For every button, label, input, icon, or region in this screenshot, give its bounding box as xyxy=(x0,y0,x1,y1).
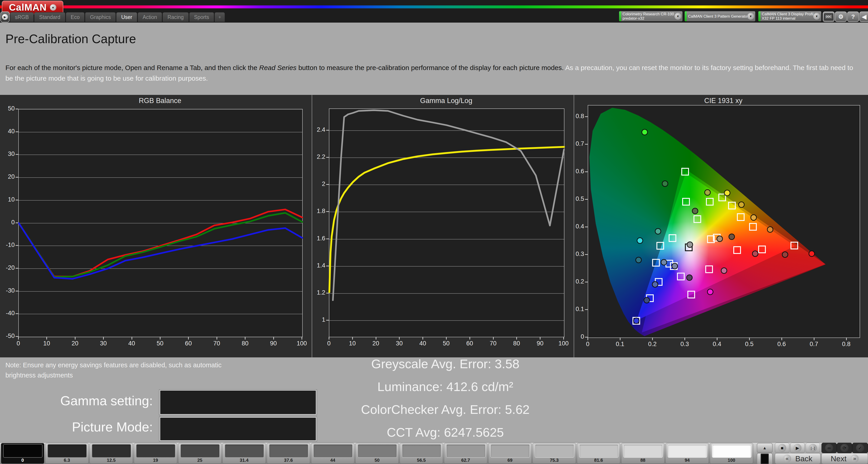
measurement-marker xyxy=(738,201,745,208)
x-tick-mark xyxy=(652,337,653,340)
target-marker xyxy=(706,198,714,206)
picture-mode-field[interactable] xyxy=(160,417,316,441)
y-tick-mark xyxy=(16,109,18,109)
chart-series-lines xyxy=(329,109,564,337)
greyscale-patch xyxy=(269,444,308,458)
y-tick-label: -40 xyxy=(0,310,15,317)
greyscale-patch xyxy=(92,444,131,458)
x-tick-mark xyxy=(329,337,329,339)
read-series-button[interactable]: [··] xyxy=(806,443,820,453)
y-tick-label: 1 xyxy=(305,316,325,323)
pattern-swatch-75.3[interactable]: 75.3 xyxy=(532,443,576,464)
device-line1: CalMAN Client 3 Display Profiler xyxy=(762,12,812,16)
greyscale-patch xyxy=(313,444,352,458)
x-tick-label: 0.6 xyxy=(772,341,792,347)
greyscale-patch xyxy=(446,444,486,458)
pattern-swatch-19[interactable]: 19 xyxy=(134,443,177,464)
swatch-label: 69 xyxy=(489,458,531,463)
target-marker xyxy=(790,242,798,250)
y-tick-mark xyxy=(326,184,329,185)
pattern-swatch-94[interactable]: 94 xyxy=(665,443,709,464)
cie-chart-title: CIE 1931 xy xyxy=(704,97,743,105)
target-marker xyxy=(758,245,766,253)
greyscale-patch xyxy=(48,444,87,458)
connected-status-stripe xyxy=(619,11,621,21)
y-tick-label: 0.5 xyxy=(564,195,584,202)
swatch-label: 100 xyxy=(710,458,753,463)
y-tick-mark xyxy=(326,266,329,266)
x-tick-label: 10 xyxy=(342,340,363,347)
device-dropdown-group: Colorimetry Research CR-100predator-x32▼… xyxy=(0,11,868,21)
pattern-swatch-12.5[interactable]: 12.5 xyxy=(90,443,133,464)
pattern-swatch-37.6[interactable]: 37.6 xyxy=(267,443,310,464)
chevron-down-icon[interactable]: ▼ xyxy=(813,13,820,20)
x-tick-label: 50 xyxy=(150,340,170,347)
swatch-label: 44 xyxy=(311,458,354,463)
rgb-balance-plot xyxy=(18,109,303,337)
x-tick-mark xyxy=(18,337,19,339)
pattern-swatch-56.5[interactable]: 56.5 xyxy=(400,443,443,464)
pattern-up-button[interactable]: ▲ xyxy=(757,443,773,453)
confirm-button[interactable]: ✓ xyxy=(852,443,868,453)
loop-button[interactable]: ∞ xyxy=(822,443,837,453)
pattern-swatch-50[interactable]: 50 xyxy=(355,443,399,464)
connected-status-stripe xyxy=(685,11,687,21)
measurement-marker xyxy=(686,274,692,281)
swatch-label: 88 xyxy=(621,458,664,463)
y-tick-mark xyxy=(16,131,18,132)
pattern-generator-dropdown[interactable]: CalMAN Client 3 Pattern Generator▼ xyxy=(684,11,755,22)
chevron-down-icon[interactable]: ▼ xyxy=(675,13,681,20)
pattern-swatch-31.4[interactable]: 31.4 xyxy=(222,443,266,464)
pattern-swatch-6.3[interactable]: 6.3 xyxy=(45,443,89,464)
back-button-label: Back xyxy=(795,454,812,463)
series-red xyxy=(19,209,302,276)
measurement-marker xyxy=(724,190,730,196)
x-tick-label: 30 xyxy=(389,340,409,347)
pattern-swatch-88[interactable]: 88 xyxy=(621,443,664,464)
settings-button[interactable]: ⚙ xyxy=(835,11,847,22)
pattern-swatch-69[interactable]: 69 xyxy=(488,443,532,464)
help-button[interactable]: ? xyxy=(847,11,859,22)
y-tick-mark xyxy=(326,157,329,158)
x-tick-label: 20 xyxy=(366,340,386,347)
x-tick-mark xyxy=(376,337,376,339)
refresh-button[interactable]: ⟳ xyxy=(837,443,852,453)
ddc-button[interactable]: DDC xyxy=(823,11,835,22)
swatch-label: 50 xyxy=(355,458,399,463)
target-marker xyxy=(733,246,741,254)
x-tick-mark xyxy=(217,337,217,339)
y-tick-label: 1.6 xyxy=(305,235,325,242)
y-tick-mark xyxy=(585,144,588,144)
y-tick-label: 0 xyxy=(0,219,15,226)
series-gamma-measured xyxy=(333,110,564,300)
y-tick-label: 20 xyxy=(0,173,15,180)
x-tick-mark xyxy=(160,337,160,339)
target-marker xyxy=(652,259,660,267)
meter-dropdown[interactable]: Colorimetry Research CR-100predator-x32▼ xyxy=(619,11,683,22)
infinity-icon: ∞ xyxy=(825,444,833,452)
pattern-swatch-44[interactable]: 44 xyxy=(311,443,354,464)
collapse-panel-button[interactable]: ◀ xyxy=(860,11,868,22)
y-tick-label: 50 xyxy=(0,105,15,112)
pattern-window-button[interactable] xyxy=(757,453,773,464)
y-tick-label: 30 xyxy=(0,151,15,158)
measurement-marker xyxy=(721,267,727,274)
next-button[interactable]: Next » xyxy=(822,453,868,464)
pattern-swatch-100[interactable]: 100 xyxy=(710,443,753,464)
pattern-swatch-62.7[interactable]: 62.7 xyxy=(444,443,487,464)
chart-series-lines xyxy=(19,109,302,337)
chevron-down-icon[interactable]: ▼ xyxy=(747,13,754,20)
y-tick-mark xyxy=(16,223,18,223)
pattern-swatch-81.6[interactable]: 81.6 xyxy=(577,443,620,464)
stop-button[interactable]: ■ xyxy=(775,443,789,453)
display-profiler-dropdown[interactable]: CalMAN Client 3 Display ProfilerX32 FP 1… xyxy=(758,11,822,22)
back-button[interactable]: « Back xyxy=(775,453,820,464)
swatch-label: 62.7 xyxy=(444,458,487,463)
y-tick-mark xyxy=(16,268,18,269)
pattern-swatch-0[interactable]: 0 xyxy=(1,443,44,464)
pattern-swatch-25[interactable]: 25 xyxy=(178,443,221,464)
gamma-setting-field[interactable] xyxy=(160,390,316,415)
note-line1: Note: Ensure any energy savings features… xyxy=(5,360,221,370)
play-button[interactable]: ▶ xyxy=(790,443,805,453)
cct-avg-value: CCT Avg: 6247.5625 xyxy=(294,425,597,440)
